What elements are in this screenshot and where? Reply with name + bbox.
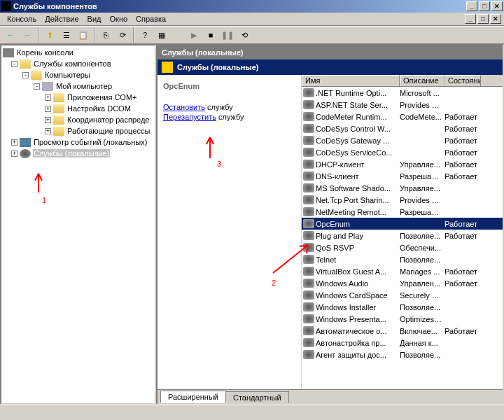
menu-action[interactable]: Действие	[41, 13, 83, 24]
refresh-icon: ⟳	[120, 31, 126, 40]
tree-pane: Корень консоли -Службы компонентов -Комп…	[0, 44, 156, 405]
sub-header-title: Службы (локальные)	[177, 63, 259, 71]
service-row[interactable]: CoDeSys Gateway ... Работает	[302, 134, 503, 146]
collapse-icon[interactable]: -	[22, 72, 29, 78]
restart-link[interactable]: Перезапустить	[163, 113, 216, 121]
view-button[interactable]: ☰	[59, 27, 74, 43]
gear-icon	[303, 160, 314, 169]
gear-icon	[303, 302, 314, 312]
expand-icon[interactable]: +	[45, 128, 51, 134]
tree-dcom[interactable]: +Настройка DCOM	[3, 103, 153, 114]
service-state: Работает	[444, 136, 481, 145]
up-button[interactable]: ⬆	[42, 27, 57, 43]
service-row[interactable]: DHCP-клиент Управляе... Работает	[302, 158, 503, 170]
col-name[interactable]: Имя	[302, 75, 400, 86]
service-row[interactable]: DNS-клиент Разрешае... Работает	[302, 170, 503, 182]
service-row[interactable]: CoDeSys Control W... Работает	[302, 122, 503, 134]
tree-mycomputer[interactable]: -Мой компьютер	[3, 80, 153, 92]
service-row[interactable]: Net.Tcp Port Sharin... Provides a...	[302, 194, 503, 206]
list-icon: ☰	[63, 31, 70, 40]
minimize-button[interactable]: _	[466, 1, 477, 11]
service-row[interactable]: QoS RSVP Обеспечи...	[302, 241, 503, 253]
arrow-right-icon: →	[24, 31, 31, 39]
close-button[interactable]: ✕	[491, 1, 503, 11]
expand-icon[interactable]: +	[45, 117, 51, 123]
tree-complus[interactable]: +Приложения COM+	[3, 92, 153, 103]
tree-root[interactable]: Корень консоли	[3, 47, 153, 58]
list-header: Имя Описание Состояни	[302, 75, 503, 87]
expand-icon[interactable]: +	[11, 139, 18, 146]
service-row[interactable]: Telnet Позволяе...	[302, 253, 503, 265]
pause-icon: ❚❚	[221, 31, 234, 40]
stop-line: Остановить службу	[163, 103, 295, 111]
service-row[interactable]: .NET Runtime Opti... Microsoft ...	[302, 87, 503, 99]
service-row[interactable]: Агент защиты дос... Позволяе...	[302, 349, 503, 360]
service-name: Plug and Play	[316, 232, 400, 240]
service-row[interactable]: Windows Installer Позволяе...	[302, 301, 503, 313]
list-pane: Имя Описание Состояни .NET Runtime Opti.…	[301, 75, 503, 389]
service-row[interactable]: NetMeeting Remot... Разрешае...	[302, 206, 503, 218]
gear-icon	[303, 100, 314, 109]
refresh-button[interactable]: ⟳	[115, 27, 130, 43]
service-name: Telnet	[316, 255, 400, 264]
expand-icon[interactable]: +	[45, 94, 51, 101]
gear-icon	[303, 255, 314, 264]
mdi-minimize-button[interactable]: _	[465, 14, 476, 24]
tree-compsvc[interactable]: -Службы компонентов	[3, 58, 153, 69]
tab-standard[interactable]: Стандартный	[225, 391, 289, 403]
gear-icon	[303, 88, 314, 97]
stop-link[interactable]: Остановить	[163, 103, 205, 111]
service-row[interactable]: CodeMeter Runtim... CodeMete... Работает	[302, 111, 503, 122]
service-row[interactable]: Автоматическое о... Включае... Работает	[302, 325, 503, 337]
tree-services[interactable]: +Службы (локальные)	[3, 148, 153, 159]
tree-computers[interactable]: -Компьютеры	[3, 69, 153, 80]
tab-extended[interactable]: Расширенный	[160, 391, 226, 403]
service-state: Работает	[444, 220, 481, 228]
menu-window[interactable]: Окно	[106, 13, 132, 24]
service-row[interactable]: Автонастройка пр... Данная к...	[302, 337, 503, 349]
service-name: Windows Installer	[316, 303, 400, 312]
service-row[interactable]: Windows Presenta... Optimizes ...	[302, 313, 503, 325]
service-row[interactable]: MS Software Shado... Управляе...	[302, 182, 503, 194]
service-row[interactable]: OpcEnum Работает	[302, 218, 503, 230]
expand-icon[interactable]: +	[11, 150, 18, 157]
menu-help[interactable]: Справка	[132, 13, 170, 24]
service-row[interactable]: ASP.NET State Ser... Provides s...	[302, 99, 503, 111]
tree-procs[interactable]: +Работающие процессы	[3, 125, 153, 136]
back-button[interactable]: ←	[3, 27, 18, 43]
service-row[interactable]: VirtualBox Guest A... Manages ... Работа…	[302, 265, 503, 277]
service-row[interactable]: Windows Audio Управлен... Работает	[302, 277, 503, 289]
props-button[interactable]: 📋	[76, 27, 91, 43]
service-name: Автоматическое о...	[316, 327, 400, 335]
maximize-button[interactable]: □	[479, 1, 490, 11]
gear-icon	[303, 338, 314, 347]
export-button[interactable]: ⎘	[98, 27, 113, 43]
gear-icon	[303, 136, 314, 145]
mdi-restore-button[interactable]: □	[477, 14, 489, 24]
mdi-close-button[interactable]: ✕	[490, 14, 501, 24]
menu-view[interactable]: Вид	[83, 13, 106, 24]
expand-icon[interactable]: +	[45, 106, 51, 112]
service-row[interactable]: CoDeSys ServiceCo... Работает	[302, 146, 503, 158]
forward-button[interactable]: →	[20, 27, 35, 43]
restart-line: Перезапустить службу	[163, 113, 295, 121]
service-name: Агент защиты дос...	[316, 351, 400, 359]
collapse-icon[interactable]: -	[11, 61, 18, 67]
help-icon: ?	[143, 31, 147, 39]
restart-button[interactable]: ⟲	[237, 27, 252, 43]
col-desc[interactable]: Описание	[400, 75, 444, 86]
collapse-icon[interactable]: -	[34, 83, 40, 90]
menu-console[interactable]: Консоль	[3, 13, 41, 24]
service-row[interactable]: Plug and Play Позволяе... Работает	[302, 230, 503, 241]
action-button[interactable]: ▦	[154, 27, 169, 43]
col-state[interactable]: Состояни	[444, 75, 481, 86]
stop-button[interactable]: ■	[203, 27, 218, 43]
pause-button[interactable]: ❚❚	[220, 27, 235, 43]
tree-eventlog[interactable]: +Просмотр событий (локальных)	[3, 136, 153, 148]
tree-coord[interactable]: +Координатор распреде	[3, 114, 153, 125]
service-name: DHCP-клиент	[316, 160, 400, 169]
help-button[interactable]: ?	[137, 27, 153, 43]
play-button[interactable]: ▶	[186, 27, 202, 43]
service-name: NetMeeting Remot...	[316, 208, 400, 216]
service-row[interactable]: Windows CardSpace Securely e...	[302, 289, 503, 301]
